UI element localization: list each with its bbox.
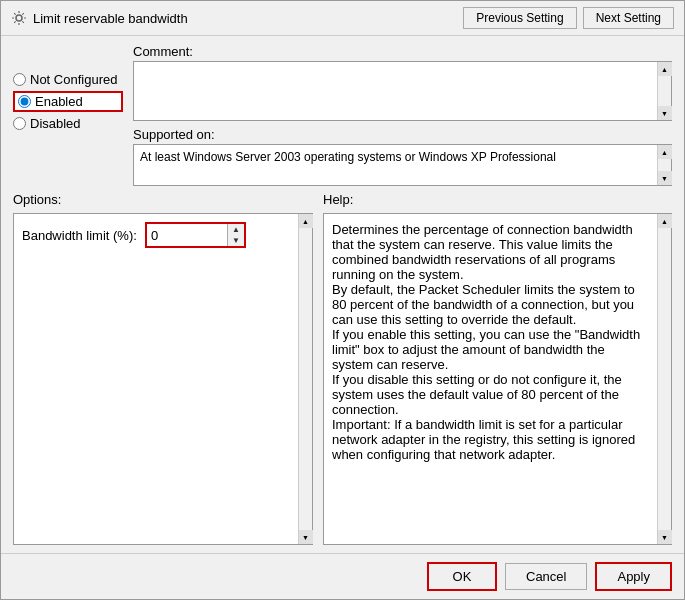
options-section-title: Options: [13, 192, 61, 207]
apply-button[interactable]: Apply [595, 562, 672, 591]
options-box-wrap: Bandwidth limit (%): ▲ ▼ ▲ [13, 213, 313, 545]
supported-text: At least Windows Server 2003 operating s… [134, 145, 657, 185]
bandwidth-increment[interactable]: ▲ [228, 224, 244, 235]
section-titles-row: Options: Help: [13, 192, 672, 207]
not-configured-label: Not Configured [30, 72, 117, 87]
not-configured-option[interactable]: Not Configured [13, 72, 123, 87]
bandwidth-label: Bandwidth limit (%): [22, 228, 137, 243]
supported-scroll-up[interactable]: ▲ [658, 145, 672, 159]
help-content: Determines the percentage of connection … [324, 214, 657, 544]
options-scrollbar: ▲ ▼ [298, 214, 312, 544]
help-para-3: If you enable this setting, you can use … [332, 327, 649, 372]
svg-point-0 [16, 15, 22, 21]
title-left: Limit reservable bandwidth [11, 10, 188, 26]
supported-label: Supported on: [133, 127, 672, 142]
comment-scroll-wrap: ▲ ▼ [133, 61, 672, 121]
help-para-4: If you disable this setting or do not co… [332, 372, 649, 417]
help-scroll-up[interactable]: ▲ [658, 214, 672, 228]
bandwidth-input-wrap: ▲ ▼ [145, 222, 246, 248]
not-configured-radio[interactable] [13, 73, 26, 86]
help-scroll-down[interactable]: ▼ [658, 530, 672, 544]
options-scroll-up[interactable]: ▲ [299, 214, 313, 228]
supported-scroll-wrap: At least Windows Server 2003 operating s… [133, 144, 672, 186]
help-box-wrap: Determines the percentage of connection … [323, 213, 672, 545]
options-content: Bandwidth limit (%): ▲ ▼ [14, 214, 298, 544]
footer: OK Cancel Apply [1, 553, 684, 599]
content-area: Not Configured Enabled Disabled Comment: [1, 36, 684, 553]
enabled-radio[interactable] [18, 95, 31, 108]
comment-scroll-up[interactable]: ▲ [658, 62, 672, 76]
help-title-col: Help: [323, 192, 672, 207]
supported-scroll-down[interactable]: ▼ [658, 171, 672, 185]
ok-button[interactable]: OK [427, 562, 497, 591]
enabled-label: Enabled [35, 94, 83, 109]
options-scroll-down[interactable]: ▼ [299, 530, 313, 544]
bandwidth-decrement[interactable]: ▼ [228, 235, 244, 246]
main-area: Bandwidth limit (%): ▲ ▼ ▲ [13, 213, 672, 545]
help-para-5: Important: If a bandwidth limit is set f… [332, 417, 649, 462]
options-title-col: Options: [13, 192, 313, 207]
disabled-option[interactable]: Disabled [13, 116, 123, 131]
settings-icon [11, 10, 27, 26]
help-scrollbar: ▲ ▼ [657, 214, 671, 544]
bandwidth-row: Bandwidth limit (%): ▲ ▼ [22, 222, 290, 248]
help-para-1: Determines the percentage of connection … [332, 222, 649, 282]
nav-buttons: Previous Setting Next Setting [463, 7, 674, 29]
options-panel: Bandwidth limit (%): ▲ ▼ ▲ [13, 213, 313, 545]
title-bar: Limit reservable bandwidth Previous Sett… [1, 1, 684, 36]
disabled-radio[interactable] [13, 117, 26, 130]
radio-group: Not Configured Enabled Disabled [13, 44, 123, 186]
help-para-2: By default, the Packet Scheduler limits … [332, 282, 649, 327]
help-section-title: Help: [323, 192, 353, 207]
bandwidth-input[interactable] [147, 224, 227, 246]
comment-scroll-down[interactable]: ▼ [658, 106, 672, 120]
comment-scrollbar: ▲ ▼ [657, 62, 671, 120]
supported-field-row: Supported on: At least Windows Server 20… [133, 127, 672, 186]
enabled-option[interactable]: Enabled [13, 91, 123, 112]
dialog: Limit reservable bandwidth Previous Sett… [0, 0, 685, 600]
disabled-label: Disabled [30, 116, 81, 131]
supported-scrollbar: ▲ ▼ [657, 145, 671, 185]
top-section: Not Configured Enabled Disabled Comment: [13, 44, 672, 186]
next-setting-button[interactable]: Next Setting [583, 7, 674, 29]
comment-label: Comment: [133, 44, 672, 59]
bandwidth-spinner: ▲ ▼ [227, 224, 244, 246]
comment-textarea[interactable] [134, 62, 657, 120]
comment-supported-area: Comment: ▲ ▼ Supported on: At least Wind… [133, 44, 672, 186]
cancel-button[interactable]: Cancel [505, 563, 587, 590]
dialog-title: Limit reservable bandwidth [33, 11, 188, 26]
help-panel: Determines the percentage of connection … [323, 213, 672, 545]
previous-setting-button[interactable]: Previous Setting [463, 7, 576, 29]
comment-field-row: Comment: ▲ ▼ [133, 44, 672, 121]
